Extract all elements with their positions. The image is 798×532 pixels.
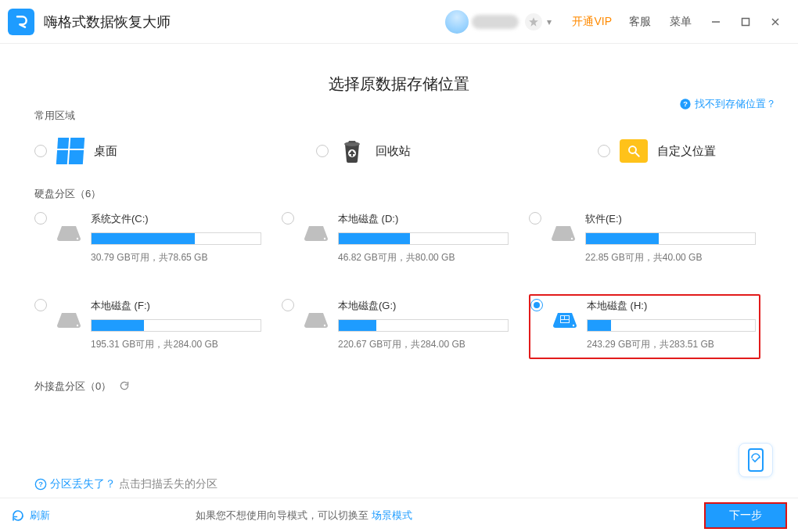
float-mobile-button[interactable]	[739, 443, 773, 477]
disk-info: 220.67 GB可用，共284.00 GB	[338, 338, 509, 351]
disk-name: 系统文件(C:)	[91, 212, 261, 226]
minimize-button[interactable]	[704, 10, 728, 34]
radio[interactable]	[316, 145, 329, 157]
section-disks-label: 硬盘分区（6）	[34, 187, 764, 201]
help-icon: ?	[679, 98, 692, 110]
section-external: 外接盘分区（0）	[34, 379, 764, 394]
avatar-icon	[445, 10, 469, 34]
disk-usage-bar	[338, 232, 509, 245]
disk-usage-bar	[587, 319, 756, 332]
section-external-label: 外接盘分区（0）	[34, 379, 111, 394]
svg-text:?: ?	[683, 100, 688, 108]
radio[interactable]	[34, 212, 47, 225]
disk-card[interactable]: 软件(E:) 22.85 GB可用，共40.00 GB	[529, 207, 760, 272]
radio[interactable]	[529, 212, 541, 225]
mobile-icon	[747, 448, 764, 472]
logo-icon	[13, 14, 29, 30]
disk-icon	[55, 310, 83, 333]
svg-point-12	[324, 238, 325, 239]
svg-rect-17	[561, 316, 564, 319]
help-link[interactable]: ? 找不到存储位置？	[679, 97, 776, 111]
disk-info: 243.29 GB可用，共283.51 GB	[587, 338, 756, 351]
svg-point-14	[77, 325, 78, 326]
svg-point-15	[324, 325, 325, 326]
mode-hint: 如果您不想使用向导模式，可以切换至 场景模式	[196, 509, 412, 523]
user-menu[interactable]: ▾	[445, 10, 556, 34]
lost-partition-row: ? 分区丢失了？ 点击扫描丢失的分区	[34, 477, 217, 491]
titlebar: 嗨格式数据恢复大师 ▾ 开通VIP 客服 菜单	[0, 0, 798, 44]
disk-info: 30.79 GB可用，共78.65 GB	[91, 251, 261, 264]
disk-info: 46.82 GB可用，共80.00 GB	[338, 251, 509, 264]
close-button[interactable]	[764, 10, 787, 34]
common-item-desktop[interactable]: 桌面	[34, 137, 269, 165]
disk-info: 195.31 GB可用，共284.00 GB	[91, 338, 261, 351]
disk-card[interactable]: 本地磁盘 (D:) 46.82 GB可用，共80.00 GB	[282, 207, 513, 272]
disk-usage-bar	[91, 319, 261, 332]
vip-link[interactable]: 开通VIP	[572, 15, 612, 29]
app-title: 嗨格式数据恢复大师	[44, 13, 171, 31]
common-label: 回收站	[376, 144, 411, 159]
disk-card[interactable]: 本地磁盘 (F:) 195.31 GB可用，共284.00 GB	[34, 294, 266, 359]
disk-name: 本地磁盘 (D:)	[338, 212, 509, 226]
chevron-down-icon: ▾	[547, 16, 552, 27]
search-folder-icon	[620, 137, 648, 165]
svg-rect-18	[565, 316, 569, 319]
svg-marker-0	[530, 17, 539, 27]
disk-icon	[302, 223, 330, 246]
svg-point-20	[573, 325, 574, 326]
svg-point-11	[77, 238, 78, 239]
lost-partition-hint: 点击扫描丢失的分区	[119, 477, 217, 491]
service-link[interactable]: 客服	[629, 15, 651, 29]
disk-icon	[551, 310, 579, 333]
radio[interactable]	[34, 299, 47, 311]
lost-partition-link[interactable]: 分区丢失了？	[50, 477, 116, 491]
bottombar: 刷新 如果您不想使用向导模式，可以切换至 场景模式 下一步	[0, 498, 798, 532]
disk-icon	[549, 223, 577, 246]
disk-card[interactable]: 系统文件(C:) 30.79 GB可用，共78.65 GB	[34, 207, 266, 272]
help-link-label: 找不到存储位置？	[695, 97, 776, 111]
disk-usage-bar	[338, 319, 509, 332]
radio[interactable]	[282, 212, 294, 225]
app-logo	[8, 9, 34, 35]
disk-card[interactable]: 本地磁盘 (H:) 243.29 GB可用，共283.51 GB	[529, 294, 760, 359]
disk-name: 本地磁盘 (F:)	[91, 299, 261, 313]
svg-point-13	[571, 238, 573, 239]
disk-card[interactable]: 本地磁盘(G:) 220.67 GB可用，共284.00 GB	[282, 294, 513, 359]
disk-name: 软件(E:)	[585, 212, 756, 226]
radio[interactable]	[598, 145, 610, 157]
disk-icon	[55, 223, 83, 246]
mode-link[interactable]: 场景模式	[372, 509, 412, 521]
recycle-bin-icon	[338, 137, 366, 165]
disk-name: 本地磁盘 (H:)	[587, 299, 756, 313]
refresh-button[interactable]: 刷新	[11, 509, 50, 523]
refresh-icon	[11, 509, 25, 523]
username	[472, 15, 519, 29]
disk-grid: 系统文件(C:) 30.79 GB可用，共78.65 GB 本地磁盘 (D:) …	[34, 207, 764, 359]
disk-usage-bar	[585, 232, 756, 245]
main: 选择原数据存储位置 ? 找不到存储位置？ 常用区域 桌面	[0, 44, 798, 498]
svg-line-10	[635, 153, 639, 156]
disk-usage-bar	[91, 232, 261, 245]
svg-rect-19	[561, 320, 569, 322]
svg-text:?: ?	[38, 480, 43, 488]
help-icon: ?	[34, 478, 47, 491]
common-item-custom[interactable]: 自定义位置	[598, 137, 798, 165]
refresh-external-icon[interactable]	[119, 380, 130, 394]
disk-icon	[302, 310, 330, 333]
disk-info: 22.85 GB可用，共40.00 GB	[585, 251, 756, 264]
disk-name: 本地磁盘(G:)	[338, 299, 509, 313]
radio[interactable]	[34, 145, 47, 157]
page-title: 选择原数据存储位置	[34, 74, 764, 95]
next-button[interactable]: 下一步	[704, 502, 787, 529]
radio[interactable]	[282, 299, 294, 311]
common-label: 桌面	[94, 144, 117, 159]
svg-rect-2	[742, 18, 749, 25]
common-label: 自定义位置	[657, 144, 716, 159]
section-common-label: 常用区域	[34, 109, 764, 123]
maximize-button[interactable]	[734, 10, 757, 34]
radio[interactable]	[530, 299, 543, 311]
menu-link[interactable]: 菜单	[670, 15, 692, 29]
common-item-recycle[interactable]: 回收站	[316, 137, 551, 165]
mode-hint-text: 如果您不想使用向导模式，可以切换至	[196, 509, 372, 521]
refresh-label: 刷新	[30, 509, 50, 523]
